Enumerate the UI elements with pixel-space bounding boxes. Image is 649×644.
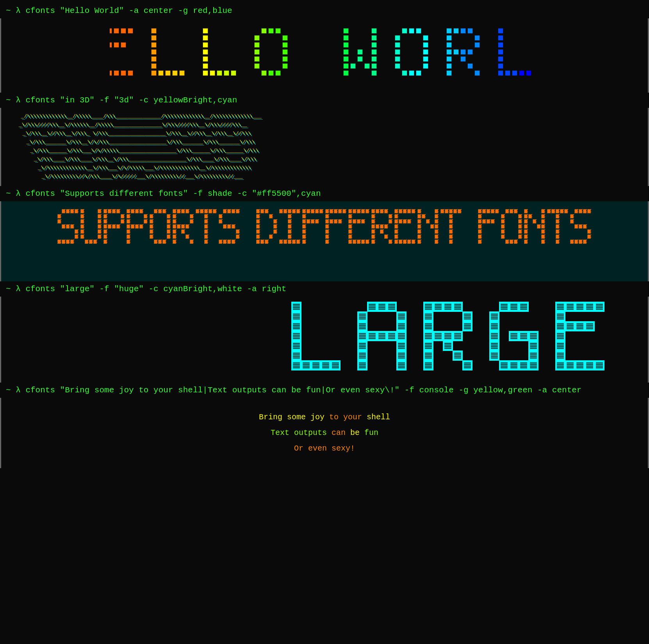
console-output: Bring some joy to your shell Text output… [1,398,648,468]
command-text-4: ~ λ cfonts "large" -f "huge" -c cyanBrig… [6,284,286,293]
section-2-bracket [0,108,649,186]
command-text-3: ~ λ cfonts "Supports different fonts" -f… [6,189,321,198]
hello-world-canvas [110,22,539,89]
console-line-2: Text outputs can be fun [9,425,640,441]
hello-world-art [1,18,648,93]
command-text-2: ~ λ cfonts "in 3D" -f "3d" -c yellowBrig… [6,96,237,105]
command-3: ~ λ cfonts "Supports different fonts" -f… [0,187,649,200]
section-3-bracket [0,201,649,281]
command-5: ~ λ cfonts "Bring some joy to your shell… [0,383,649,397]
large-canvas [1,297,645,383]
command-text-5: ~ λ cfonts "Bring some joy to your shell… [6,386,581,395]
command-text-1: ~ λ cfonts "Hello World" -a center -g re… [6,6,232,15]
console-line-1: Bring some joy to your shell [9,410,640,425]
command-1: ~ λ cfonts "Hello World" -a center -g re… [0,4,649,18]
3d-canvas [1,108,645,186]
section-4-bracket [0,297,649,383]
command-4: ~ λ cfonts "large" -f "huge" -c cyanBrig… [0,282,649,296]
command-2: ~ λ cfonts "in 3D" -f "3d" -c yellowBrig… [0,93,649,107]
terminal-window: ~ λ cfonts "Hello World" -a center -g re… [0,0,649,473]
section-1-bracket [0,18,649,93]
console-line-3: Or even sexy! [9,441,640,456]
shade-canvas [3,205,647,277]
section-5-bracket: Bring some joy to your shell Text output… [0,398,649,468]
